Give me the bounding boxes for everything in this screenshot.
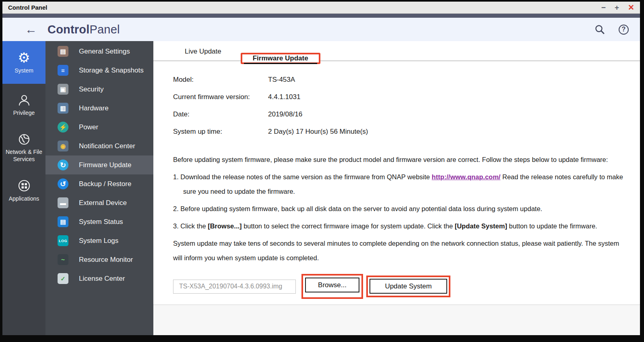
monitor-icon: ▤ [58,216,68,227]
page-title: ControlPanel [47,23,120,36]
search-icon[interactable] [594,24,605,35]
menu-item-system-status[interactable]: ▤ System Status [45,212,153,231]
sidebar-item-label: Network & File Services [2,149,45,163]
help-icon[interactable]: ? [619,25,629,35]
firmware-info-table: Model: TS-453A Current firmware version:… [173,71,624,140]
sidebar-item-privilege[interactable]: Privilege [2,84,45,126]
qnap-website-link[interactable]: http://www.qnap.com/ [432,173,501,180]
menu-item-security[interactable]: ▣ Security [45,80,153,99]
menu-item-system-logs[interactable]: LOG System Logs [45,231,153,250]
menu-item-hardware[interactable]: ▥ Hardware [45,99,153,118]
sidebar-item-label: Applications [9,195,39,203]
lock-icon: ▣ [58,84,68,95]
menu-item-general-settings[interactable]: ▤ General Settings [45,42,153,61]
app-header: ← ControlPanel ? [2,18,640,41]
back-arrow-icon[interactable]: ← [25,23,37,35]
minimize-icon[interactable]: − [601,4,606,11]
menu-item-license-center[interactable]: ✓ License Center [45,269,153,288]
sidebar-item-label: Privilege [13,110,35,117]
menu-item-resource-monitor[interactable]: ~ Resource Monitor [45,250,153,269]
annotation-box-browse: Browse... [301,274,363,299]
control-panel-window: Control Panel − + ✕ ← ControlPanel ? ⚙ S… [2,2,640,335]
firmware-file-input[interactable] [173,280,296,294]
info-row-model: Model: TS-453A [173,71,624,88]
annotation-box-update-system: Update System [366,276,450,297]
info-row-uptime: System up time: 2 Day(s) 17 Hour(s) 56 M… [173,123,624,140]
server-icon: ▥ [58,103,68,114]
update-instructions: Before updating system firmware, please … [173,152,624,265]
firmware-update-form: Browse... Update System [173,274,624,299]
menu-item-notification-center[interactable]: ◉ Notification Center [45,137,153,155]
graph-icon: ~ [58,254,68,265]
license-card-icon: ✓ [58,273,68,284]
clipboard-icon: ▤ [58,46,68,57]
sidebar-item-network-file-services[interactable]: Network & File Services [2,126,45,169]
drive-icon: ▬ [58,197,68,208]
category-sidebar: ⚙ System Privilege Network & File Servic… [2,41,45,335]
instruction-step-1: 1. Download the release notes of the sam… [173,170,624,199]
content-pane: Live Update Firmware Update Model: TS-45… [153,41,640,335]
maximize-icon[interactable]: + [615,4,619,11]
gear-icon: ⚙ [18,51,30,64]
menu-item-external-device[interactable]: ▬ External Device [45,193,153,212]
log-file-icon: LOG [58,235,68,246]
browse-button[interactable]: Browse... [305,278,359,292]
window-titlebar: Control Panel − + ✕ [2,2,640,14]
menu-item-storage-snapshots[interactable]: ≡ Storage & Snapshots [45,61,153,80]
power-bulb-icon: ⚡ [58,122,68,133]
firmware-refresh-icon: ↻ [58,160,68,170]
sidebar-item-label: System [14,67,33,75]
instruction-step-3: 3. Click the [Browse...] button to selec… [173,219,624,233]
instructions-note: System update may take tens of seconds t… [173,236,624,265]
update-system-button[interactable]: Update System [369,279,447,294]
app-grid-icon [17,179,31,193]
settings-menu: ▤ General Settings ≡ Storage & Snapshots… [45,41,153,335]
instructions-intro: Before updating system firmware, please … [173,152,624,167]
info-row-date: Date: 2019/08/16 [173,106,624,123]
titlebar-divider-strip [2,14,640,18]
menu-item-backup-restore[interactable]: ↺ Backup / Restore [45,174,153,193]
bell-icon: ◉ [58,141,68,151]
menu-item-power[interactable]: ⚡ Power [45,118,153,137]
content-footer [153,305,640,335]
storage-icon: ≡ [58,65,68,76]
person-icon [17,94,31,107]
sidebar-item-applications[interactable]: Applications [2,169,45,212]
close-icon[interactable]: ✕ [628,4,634,11]
instruction-step-2: 2. Before updating system firmware, back… [173,201,624,216]
sidebar-item-system[interactable]: ⚙ System [2,41,45,84]
backup-restore-icon: ↺ [58,178,68,189]
info-row-firmware-version: Current firmware version: 4.4.1.1031 [173,88,624,106]
menu-item-firmware-update[interactable]: ↻ Firmware Update [45,155,153,174]
tab-bar: Live Update Firmware Update [153,41,640,61]
tab-firmware-update[interactable]: Firmware Update [244,51,317,64]
annotation-box-firmware-tab: Firmware Update [241,53,320,64]
globe-icon [18,133,31,146]
tab-live-update[interactable]: Live Update [178,44,229,60]
window-title: Control Panel [8,4,47,11]
